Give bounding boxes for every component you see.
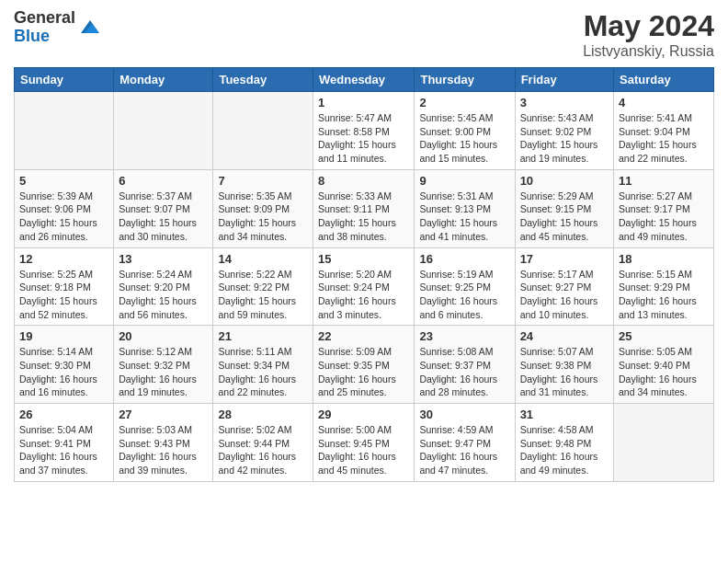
calendar-week-4: 19Sunrise: 5:14 AM Sunset: 9:30 PM Dayli…	[15, 326, 714, 404]
day-info: Sunrise: 5:47 AM Sunset: 8:58 PM Dayligh…	[318, 111, 409, 166]
day-number: 29	[318, 408, 409, 421]
calendar-table: SundayMondayTuesdayWednesdayThursdayFrid…	[14, 67, 714, 482]
calendar-cell: 29Sunrise: 5:00 AM Sunset: 9:45 PM Dayli…	[313, 404, 415, 482]
calendar-cell: 23Sunrise: 5:08 AM Sunset: 9:37 PM Dayli…	[415, 326, 515, 404]
day-info: Sunrise: 5:39 AM Sunset: 9:06 PM Dayligh…	[19, 190, 108, 244]
day-info: Sunrise: 5:22 AM Sunset: 9:22 PM Dayligh…	[218, 268, 308, 322]
day-number: 11	[619, 174, 709, 188]
day-info: Sunrise: 5:33 AM Sunset: 9:11 PM Dayligh…	[318, 190, 409, 244]
day-number: 31	[520, 408, 609, 421]
day-info: Sunrise: 5:29 AM Sunset: 9:15 PM Dayligh…	[520, 190, 609, 244]
day-header-saturday: Saturday	[614, 68, 714, 92]
logo-icon	[79, 17, 101, 39]
calendar-week-1: 1Sunrise: 5:47 AM Sunset: 8:58 PM Daylig…	[15, 92, 714, 170]
day-info: Sunrise: 5:05 AM Sunset: 9:40 PM Dayligh…	[619, 345, 709, 399]
calendar-cell	[114, 92, 213, 170]
calendar-week-2: 5Sunrise: 5:39 AM Sunset: 9:06 PM Daylig…	[15, 169, 714, 247]
calendar-cell: 5Sunrise: 5:39 AM Sunset: 9:06 PM Daylig…	[15, 169, 114, 247]
calendar-cell: 7Sunrise: 5:35 AM Sunset: 9:09 PM Daylig…	[213, 169, 313, 247]
day-info: Sunrise: 5:14 AM Sunset: 9:30 PM Dayligh…	[19, 345, 108, 399]
day-info: Sunrise: 5:27 AM Sunset: 9:17 PM Dayligh…	[619, 190, 709, 244]
calendar-cell: 18Sunrise: 5:15 AM Sunset: 9:29 PM Dayli…	[614, 247, 714, 326]
day-number: 24	[520, 329, 609, 343]
day-number: 9	[419, 174, 509, 188]
month-year: May 2024	[583, 9, 714, 43]
day-info: Sunrise: 5:37 AM Sunset: 9:07 PM Dayligh…	[119, 190, 208, 244]
day-header-monday: Monday	[114, 68, 213, 92]
calendar-cell: 3Sunrise: 5:43 AM Sunset: 9:02 PM Daylig…	[515, 92, 613, 170]
title-block: May 2024 Listvyanskiy, Russia	[583, 9, 714, 60]
day-info: Sunrise: 5:09 AM Sunset: 9:35 PM Dayligh…	[318, 345, 409, 399]
day-info: Sunrise: 4:59 AM Sunset: 9:47 PM Dayligh…	[419, 423, 509, 477]
calendar-cell: 20Sunrise: 5:12 AM Sunset: 9:32 PM Dayli…	[114, 326, 213, 404]
day-info: Sunrise: 5:17 AM Sunset: 9:27 PM Dayligh…	[520, 268, 609, 322]
day-number: 21	[218, 329, 308, 343]
calendar-cell: 19Sunrise: 5:14 AM Sunset: 9:30 PM Dayli…	[15, 326, 114, 404]
day-number: 8	[318, 174, 409, 188]
calendar-cell: 9Sunrise: 5:31 AM Sunset: 9:13 PM Daylig…	[415, 169, 515, 247]
day-info: Sunrise: 5:19 AM Sunset: 9:25 PM Dayligh…	[419, 268, 509, 322]
day-info: Sunrise: 5:04 AM Sunset: 9:41 PM Dayligh…	[19, 423, 108, 477]
logo-blue: Blue	[14, 28, 75, 46]
day-header-thursday: Thursday	[415, 68, 515, 92]
day-number: 27	[119, 408, 208, 421]
day-number: 2	[419, 96, 509, 109]
day-info: Sunrise: 5:07 AM Sunset: 9:38 PM Dayligh…	[520, 345, 609, 399]
day-info: Sunrise: 5:41 AM Sunset: 9:04 PM Dayligh…	[619, 111, 709, 166]
calendar-cell: 12Sunrise: 5:25 AM Sunset: 9:18 PM Dayli…	[15, 247, 114, 326]
calendar-cell: 14Sunrise: 5:22 AM Sunset: 9:22 PM Dayli…	[213, 247, 313, 326]
header: General Blue May 2024 Listvyanskiy, Russ…	[14, 9, 714, 60]
day-info: Sunrise: 5:02 AM Sunset: 9:44 PM Dayligh…	[218, 423, 308, 477]
day-number: 6	[119, 174, 208, 188]
day-number: 30	[419, 408, 509, 421]
calendar-cell: 15Sunrise: 5:20 AM Sunset: 9:24 PM Dayli…	[313, 247, 415, 326]
day-number: 3	[520, 96, 609, 109]
day-number: 22	[318, 329, 409, 343]
day-info: Sunrise: 5:03 AM Sunset: 9:43 PM Dayligh…	[119, 423, 208, 477]
calendar-cell: 10Sunrise: 5:29 AM Sunset: 9:15 PM Dayli…	[515, 169, 613, 247]
day-number: 10	[520, 174, 609, 188]
calendar-cell: 13Sunrise: 5:24 AM Sunset: 9:20 PM Dayli…	[114, 247, 213, 326]
day-info: Sunrise: 5:15 AM Sunset: 9:29 PM Dayligh…	[619, 268, 709, 322]
day-number: 4	[619, 96, 709, 109]
calendar-cell: 22Sunrise: 5:09 AM Sunset: 9:35 PM Dayli…	[313, 326, 415, 404]
header-row: SundayMondayTuesdayWednesdayThursdayFrid…	[15, 68, 714, 92]
day-number: 14	[218, 252, 308, 266]
day-info: Sunrise: 5:31 AM Sunset: 9:13 PM Dayligh…	[419, 190, 509, 244]
day-info: Sunrise: 5:08 AM Sunset: 9:37 PM Dayligh…	[419, 345, 509, 399]
day-info: Sunrise: 5:20 AM Sunset: 9:24 PM Dayligh…	[318, 268, 409, 322]
calendar-cell: 11Sunrise: 5:27 AM Sunset: 9:17 PM Dayli…	[614, 169, 714, 247]
day-info: Sunrise: 4:58 AM Sunset: 9:48 PM Dayligh…	[520, 423, 609, 477]
day-number: 26	[19, 408, 108, 421]
calendar-cell: 4Sunrise: 5:41 AM Sunset: 9:04 PM Daylig…	[614, 92, 714, 170]
calendar-cell: 17Sunrise: 5:17 AM Sunset: 9:27 PM Dayli…	[515, 247, 613, 326]
day-number: 20	[119, 329, 208, 343]
day-info: Sunrise: 5:11 AM Sunset: 9:34 PM Dayligh…	[218, 345, 308, 399]
logo: General Blue	[14, 9, 101, 46]
day-number: 25	[619, 329, 709, 343]
calendar-cell	[213, 92, 313, 170]
day-header-tuesday: Tuesday	[213, 68, 313, 92]
calendar-cell	[15, 92, 114, 170]
day-number: 23	[419, 329, 509, 343]
day-number: 19	[19, 329, 108, 343]
calendar-cell: 8Sunrise: 5:33 AM Sunset: 9:11 PM Daylig…	[313, 169, 415, 247]
calendar-week-3: 12Sunrise: 5:25 AM Sunset: 9:18 PM Dayli…	[15, 247, 714, 326]
calendar-cell	[614, 404, 714, 482]
logo-general: General	[14, 9, 75, 28]
day-header-wednesday: Wednesday	[313, 68, 415, 92]
day-number: 5	[19, 174, 108, 188]
calendar-cell: 24Sunrise: 5:07 AM Sunset: 9:38 PM Dayli…	[515, 326, 613, 404]
day-info: Sunrise: 5:35 AM Sunset: 9:09 PM Dayligh…	[218, 190, 308, 244]
day-number: 7	[218, 174, 308, 188]
calendar-cell: 28Sunrise: 5:02 AM Sunset: 9:44 PM Dayli…	[213, 404, 313, 482]
calendar-cell: 2Sunrise: 5:45 AM Sunset: 9:00 PM Daylig…	[415, 92, 515, 170]
day-number: 1	[318, 96, 409, 109]
page: General Blue May 2024 Listvyanskiy, Russ…	[0, 0, 728, 496]
day-number: 28	[218, 408, 308, 421]
calendar-cell: 31Sunrise: 4:58 AM Sunset: 9:48 PM Dayli…	[515, 404, 613, 482]
day-number: 13	[119, 252, 208, 266]
day-info: Sunrise: 5:00 AM Sunset: 9:45 PM Dayligh…	[318, 423, 409, 477]
day-number: 16	[419, 252, 509, 266]
day-info: Sunrise: 5:43 AM Sunset: 9:02 PM Dayligh…	[520, 111, 609, 166]
